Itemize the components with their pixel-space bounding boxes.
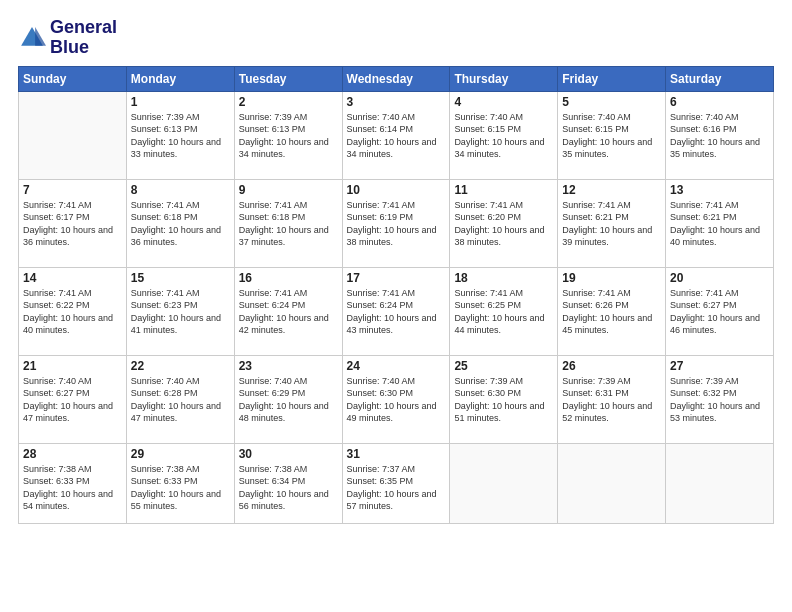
calendar-day-cell: 31 Sunrise: 7:37 AM Sunset: 6:35 PM Dayl… bbox=[342, 443, 450, 523]
calendar-day-cell: 6 Sunrise: 7:40 AM Sunset: 6:16 PM Dayli… bbox=[666, 91, 774, 179]
calendar-day-cell: 27 Sunrise: 7:39 AM Sunset: 6:32 PM Dayl… bbox=[666, 355, 774, 443]
sunrise-label: Sunrise: 7:41 AM bbox=[239, 200, 308, 210]
sunrise-label: Sunrise: 7:41 AM bbox=[670, 288, 739, 298]
day-number: 23 bbox=[239, 359, 338, 373]
calendar-day-cell: 5 Sunrise: 7:40 AM Sunset: 6:15 PM Dayli… bbox=[558, 91, 666, 179]
sunset-label: Sunset: 6:30 PM bbox=[454, 388, 521, 398]
header: General Blue bbox=[18, 18, 774, 58]
day-number: 10 bbox=[347, 183, 446, 197]
day-info: Sunrise: 7:39 AM Sunset: 6:13 PM Dayligh… bbox=[131, 111, 230, 161]
day-number: 22 bbox=[131, 359, 230, 373]
daylight-label: Daylight: 10 hours and 48 minutes. bbox=[239, 401, 329, 424]
sunset-label: Sunset: 6:15 PM bbox=[454, 124, 521, 134]
calendar-day-cell: 25 Sunrise: 7:39 AM Sunset: 6:30 PM Dayl… bbox=[450, 355, 558, 443]
sunrise-label: Sunrise: 7:40 AM bbox=[454, 112, 523, 122]
sunset-label: Sunset: 6:13 PM bbox=[239, 124, 306, 134]
sunrise-label: Sunrise: 7:40 AM bbox=[347, 112, 416, 122]
calendar-day-cell: 9 Sunrise: 7:41 AM Sunset: 6:18 PM Dayli… bbox=[234, 179, 342, 267]
daylight-label: Daylight: 10 hours and 41 minutes. bbox=[131, 313, 221, 336]
calendar-day-cell: 11 Sunrise: 7:41 AM Sunset: 6:20 PM Dayl… bbox=[450, 179, 558, 267]
calendar-table: SundayMondayTuesdayWednesdayThursdayFrid… bbox=[18, 66, 774, 524]
day-info: Sunrise: 7:41 AM Sunset: 6:20 PM Dayligh… bbox=[454, 199, 553, 249]
weekday-header-cell: Friday bbox=[558, 66, 666, 91]
calendar-day-cell: 19 Sunrise: 7:41 AM Sunset: 6:26 PM Dayl… bbox=[558, 267, 666, 355]
sunset-label: Sunset: 6:35 PM bbox=[347, 476, 414, 486]
daylight-label: Daylight: 10 hours and 57 minutes. bbox=[347, 489, 437, 512]
sunrise-label: Sunrise: 7:40 AM bbox=[347, 376, 416, 386]
calendar-day-cell: 17 Sunrise: 7:41 AM Sunset: 6:24 PM Dayl… bbox=[342, 267, 450, 355]
daylight-label: Daylight: 10 hours and 51 minutes. bbox=[454, 401, 544, 424]
sunrise-label: Sunrise: 7:41 AM bbox=[131, 288, 200, 298]
sunrise-label: Sunrise: 7:40 AM bbox=[670, 112, 739, 122]
sunrise-label: Sunrise: 7:39 AM bbox=[562, 376, 631, 386]
calendar-day-cell bbox=[19, 91, 127, 179]
day-number: 21 bbox=[23, 359, 122, 373]
sunset-label: Sunset: 6:33 PM bbox=[131, 476, 198, 486]
day-info: Sunrise: 7:41 AM Sunset: 6:19 PM Dayligh… bbox=[347, 199, 446, 249]
day-number: 29 bbox=[131, 447, 230, 461]
day-info: Sunrise: 7:41 AM Sunset: 6:18 PM Dayligh… bbox=[239, 199, 338, 249]
day-number: 2 bbox=[239, 95, 338, 109]
day-number: 30 bbox=[239, 447, 338, 461]
sunrise-label: Sunrise: 7:38 AM bbox=[239, 464, 308, 474]
day-info: Sunrise: 7:41 AM Sunset: 6:25 PM Dayligh… bbox=[454, 287, 553, 337]
calendar-day-cell: 4 Sunrise: 7:40 AM Sunset: 6:15 PM Dayli… bbox=[450, 91, 558, 179]
calendar-day-cell: 24 Sunrise: 7:40 AM Sunset: 6:30 PM Dayl… bbox=[342, 355, 450, 443]
day-info: Sunrise: 7:40 AM Sunset: 6:15 PM Dayligh… bbox=[454, 111, 553, 161]
daylight-label: Daylight: 10 hours and 46 minutes. bbox=[670, 313, 760, 336]
day-info: Sunrise: 7:41 AM Sunset: 6:17 PM Dayligh… bbox=[23, 199, 122, 249]
daylight-label: Daylight: 10 hours and 34 minutes. bbox=[239, 137, 329, 160]
sunrise-label: Sunrise: 7:41 AM bbox=[454, 200, 523, 210]
sunrise-label: Sunrise: 7:41 AM bbox=[131, 200, 200, 210]
sunrise-label: Sunrise: 7:41 AM bbox=[23, 200, 92, 210]
daylight-label: Daylight: 10 hours and 40 minutes. bbox=[23, 313, 113, 336]
day-info: Sunrise: 7:40 AM Sunset: 6:16 PM Dayligh… bbox=[670, 111, 769, 161]
weekday-header-cell: Thursday bbox=[450, 66, 558, 91]
day-info: Sunrise: 7:41 AM Sunset: 6:22 PM Dayligh… bbox=[23, 287, 122, 337]
page: General Blue SundayMondayTuesdayWednesda… bbox=[0, 0, 792, 612]
daylight-label: Daylight: 10 hours and 36 minutes. bbox=[23, 225, 113, 248]
sunset-label: Sunset: 6:30 PM bbox=[347, 388, 414, 398]
daylight-label: Daylight: 10 hours and 42 minutes. bbox=[239, 313, 329, 336]
weekday-header-cell: Tuesday bbox=[234, 66, 342, 91]
sunrise-label: Sunrise: 7:41 AM bbox=[347, 288, 416, 298]
weekday-header-cell: Sunday bbox=[19, 66, 127, 91]
daylight-label: Daylight: 10 hours and 44 minutes. bbox=[454, 313, 544, 336]
day-number: 12 bbox=[562, 183, 661, 197]
logo: General Blue bbox=[18, 18, 117, 58]
daylight-label: Daylight: 10 hours and 47 minutes. bbox=[23, 401, 113, 424]
day-number: 27 bbox=[670, 359, 769, 373]
sunset-label: Sunset: 6:21 PM bbox=[670, 212, 737, 222]
calendar-day-cell bbox=[450, 443, 558, 523]
sunset-label: Sunset: 6:15 PM bbox=[562, 124, 629, 134]
day-info: Sunrise: 7:41 AM Sunset: 6:21 PM Dayligh… bbox=[562, 199, 661, 249]
calendar-day-cell: 18 Sunrise: 7:41 AM Sunset: 6:25 PM Dayl… bbox=[450, 267, 558, 355]
calendar-day-cell: 20 Sunrise: 7:41 AM Sunset: 6:27 PM Dayl… bbox=[666, 267, 774, 355]
sunset-label: Sunset: 6:25 PM bbox=[454, 300, 521, 310]
daylight-label: Daylight: 10 hours and 37 minutes. bbox=[239, 225, 329, 248]
daylight-label: Daylight: 10 hours and 54 minutes. bbox=[23, 489, 113, 512]
calendar-week-row: 21 Sunrise: 7:40 AM Sunset: 6:27 PM Dayl… bbox=[19, 355, 774, 443]
sunset-label: Sunset: 6:20 PM bbox=[454, 212, 521, 222]
calendar-day-cell: 30 Sunrise: 7:38 AM Sunset: 6:34 PM Dayl… bbox=[234, 443, 342, 523]
day-info: Sunrise: 7:41 AM Sunset: 6:24 PM Dayligh… bbox=[239, 287, 338, 337]
sunrise-label: Sunrise: 7:41 AM bbox=[23, 288, 92, 298]
sunset-label: Sunset: 6:22 PM bbox=[23, 300, 90, 310]
sunrise-label: Sunrise: 7:39 AM bbox=[239, 112, 308, 122]
day-info: Sunrise: 7:41 AM Sunset: 6:24 PM Dayligh… bbox=[347, 287, 446, 337]
daylight-label: Daylight: 10 hours and 35 minutes. bbox=[562, 137, 652, 160]
day-info: Sunrise: 7:41 AM Sunset: 6:23 PM Dayligh… bbox=[131, 287, 230, 337]
sunset-label: Sunset: 6:24 PM bbox=[239, 300, 306, 310]
day-number: 8 bbox=[131, 183, 230, 197]
day-info: Sunrise: 7:38 AM Sunset: 6:33 PM Dayligh… bbox=[131, 463, 230, 513]
daylight-label: Daylight: 10 hours and 39 minutes. bbox=[562, 225, 652, 248]
daylight-label: Daylight: 10 hours and 56 minutes. bbox=[239, 489, 329, 512]
daylight-label: Daylight: 10 hours and 47 minutes. bbox=[131, 401, 221, 424]
calendar-day-cell: 23 Sunrise: 7:40 AM Sunset: 6:29 PM Dayl… bbox=[234, 355, 342, 443]
calendar-week-row: 14 Sunrise: 7:41 AM Sunset: 6:22 PM Dayl… bbox=[19, 267, 774, 355]
sunrise-label: Sunrise: 7:39 AM bbox=[131, 112, 200, 122]
weekday-header-cell: Wednesday bbox=[342, 66, 450, 91]
sunrise-label: Sunrise: 7:40 AM bbox=[562, 112, 631, 122]
day-info: Sunrise: 7:38 AM Sunset: 6:34 PM Dayligh… bbox=[239, 463, 338, 513]
sunrise-label: Sunrise: 7:37 AM bbox=[347, 464, 416, 474]
